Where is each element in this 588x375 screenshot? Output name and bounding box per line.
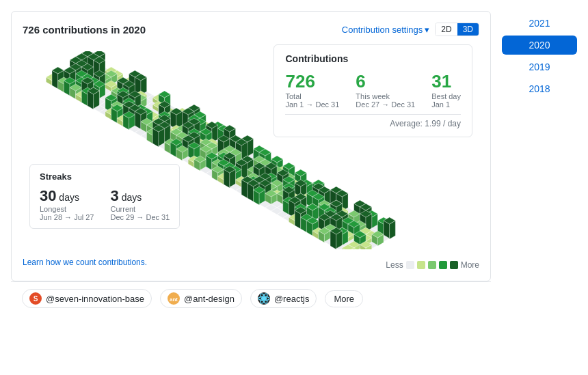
stat-best: 31 Best day Jan 1: [431, 71, 461, 109]
year-2018[interactable]: 2018: [502, 79, 577, 98]
stat-best-date: Jan 1: [431, 100, 461, 109]
view-toggle: 2D 3D: [435, 23, 479, 36]
view-2d-btn[interactable]: 2D: [436, 23, 457, 36]
streak-longest-number: 30 days: [40, 187, 94, 205]
stat-week-label: This week: [356, 92, 415, 100]
legend-box-1: [417, 261, 425, 269]
streak-longest-range: Jun 28 → Jul 27: [40, 213, 94, 221]
learn-link[interactable]: Learn how we count contributions.: [23, 258, 147, 267]
stat-week-range: Dec 27 → Dec 31: [356, 100, 415, 109]
stat-total-range: Jan 1 → Dec 31: [285, 100, 339, 109]
stats-box: Contributions 726 Total Jan 1 → Dec 31 6…: [273, 44, 472, 137]
stat-total-number: 726: [285, 71, 339, 92]
streak-longest-label: Longest: [40, 205, 94, 213]
stat-week-number: 6: [356, 71, 415, 92]
legend: Less More: [386, 260, 479, 270]
more-button[interactable]: More: [325, 290, 363, 307]
legend-less-label: Less: [386, 260, 403, 270]
streaks-title: Streaks: [40, 171, 170, 182]
legend-box-3: [439, 261, 447, 269]
repo-tag-0[interactable]: S @seven-innovation-base: [22, 289, 152, 308]
streaks-box: Streaks 30 days Longest Jun 28 → Jul 27 …: [29, 164, 180, 229]
right-sidebar: 2021 2020 2019 2018: [502, 11, 577, 315]
streak-current-label: Current: [111, 205, 170, 213]
stat-week: 6 This week Dec 27 → Dec 31: [356, 71, 415, 109]
graph-area: .cell-top { } .cell-left { } .cell-right…: [23, 44, 479, 249]
repo-tag-1[interactable]: ant @ant-design: [160, 289, 242, 308]
legend-box-4: [450, 261, 458, 269]
stat-total: 726 Total Jan 1 → Dec 31: [285, 71, 339, 109]
year-2021[interactable]: 2021: [502, 14, 577, 33]
stat-total-label: Total: [285, 92, 339, 100]
repo-icon-1: ant: [168, 292, 180, 305]
contribution-settings-btn[interactable]: Contribution settings ▾: [342, 25, 430, 35]
svg-text:ant: ant: [170, 296, 178, 303]
streak-longest: 30 days Longest Jun 28 → Jul 27: [40, 187, 94, 221]
stat-best-label: Best day: [431, 92, 461, 100]
streak-current: 3 days Current Dec 29 → Dec 31: [111, 187, 170, 221]
svg-text:S: S: [34, 295, 38, 303]
streak-current-range: Dec 29 → Dec 31: [111, 213, 170, 221]
repo-icon-0: S: [29, 292, 42, 305]
legend-more-label: More: [461, 260, 479, 270]
streak-current-number: 3 days: [111, 187, 170, 205]
repo-tag-2[interactable]: @reactjs: [250, 289, 317, 308]
legend-box-2: [428, 261, 436, 269]
view-3d-btn[interactable]: 3D: [457, 23, 479, 36]
stats-title: Contributions: [285, 53, 461, 64]
legend-box-0: [406, 261, 414, 269]
year-2019[interactable]: 2019: [502, 57, 577, 77]
repo-icon-2: [258, 292, 270, 305]
stat-best-number: 31: [431, 71, 461, 92]
bottom-bar: S @seven-innovation-base ant @ant-design: [11, 281, 491, 315]
page-title: 726 contributions in 2020: [23, 24, 146, 36]
year-2020[interactable]: 2020: [502, 36, 577, 55]
stats-average: Average: 1.99 / day: [285, 114, 461, 128]
